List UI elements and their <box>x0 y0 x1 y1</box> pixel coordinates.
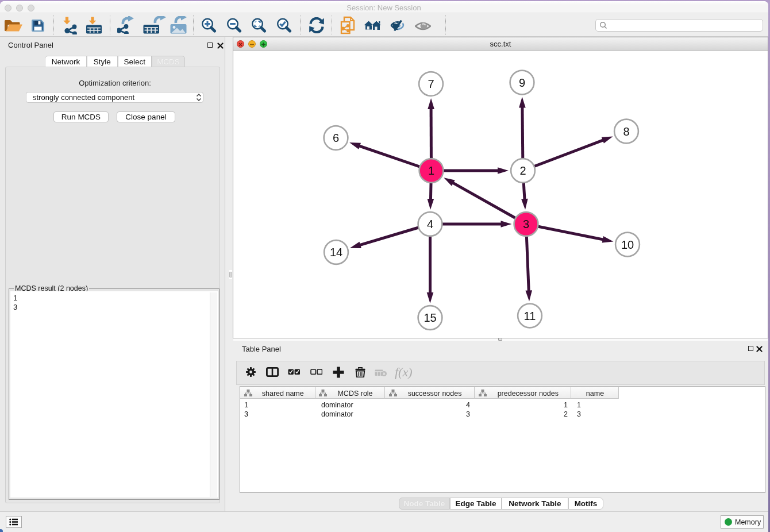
svg-text:3: 3 <box>523 218 529 230</box>
svg-text:15: 15 <box>424 311 436 324</box>
svg-text:11: 11 <box>524 310 536 322</box>
svg-text:6: 6 <box>333 132 339 144</box>
svg-text:2: 2 <box>519 164 526 177</box>
svg-text:10: 10 <box>621 238 634 251</box>
svg-text:1: 1 <box>428 164 434 177</box>
svg-text:8: 8 <box>623 125 629 138</box>
svg-text:7: 7 <box>428 78 434 90</box>
svg-text:9: 9 <box>519 76 525 89</box>
svg-text:4: 4 <box>427 218 433 230</box>
svg-text:14: 14 <box>330 246 342 259</box>
